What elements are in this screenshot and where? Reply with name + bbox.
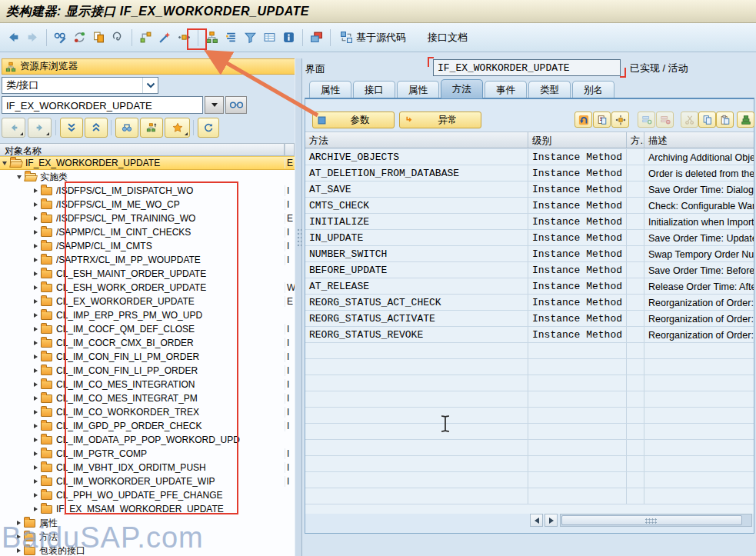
expander-closed-icon[interactable] [34, 451, 38, 456]
expander-closed-icon[interactable] [34, 313, 38, 318]
object-name-input[interactable]: IF_EX_WORKORDER_UPDATE [2, 96, 203, 114]
where-used-button[interactable] [136, 28, 155, 48]
expander-closed-icon[interactable] [34, 355, 38, 359]
expander-closed-icon[interactable] [34, 341, 38, 345]
tab-types[interactable]: 类型 [528, 81, 571, 98]
panel-splitter[interactable] [295, 58, 302, 556]
browser-category-select[interactable]: 类/接口 [2, 77, 158, 94]
expander-closed-icon[interactable] [34, 202, 38, 207]
back-button[interactable] [4, 28, 23, 48]
history-back-button[interactable] [2, 118, 25, 138]
tree-item-class[interactable]: /SAPMP/CL_IM_CMTS I [0, 239, 295, 253]
method-row[interactable]: BEFORE_UPDATE Instance Method Save Order… [305, 262, 754, 278]
navigation-window-button[interactable] [221, 28, 241, 48]
copy-rows-button[interactable] [593, 112, 611, 128]
repository-browser-header[interactable]: 资源库浏览器 [2, 58, 297, 75]
refresh-button[interactable] [198, 118, 219, 138]
expander-closed-icon[interactable] [34, 396, 38, 401]
tree-item-class[interactable]: CL_IMP_ERP_PRS_PM_WO_UPD [0, 308, 295, 322]
method-row[interactable]: ARCHIVE_OBJECTS Instance Method Archivin… [305, 149, 754, 165]
expander-closed-icon[interactable] [34, 188, 38, 193]
tree-item-section[interactable]: 属性 [0, 516, 295, 530]
tree-item-section[interactable]: 方法 [0, 530, 295, 544]
cut-button[interactable] [681, 112, 698, 128]
move-column-button[interactable] [611, 112, 629, 128]
parameters-button[interactable]: 参数 [312, 112, 395, 128]
empty-row[interactable] [305, 359, 754, 375]
tree-item-class[interactable]: IF_EX_MSAM_WORKORDER_UPDATE [0, 502, 295, 516]
tree-item-class[interactable]: CL_IM_CO_MES_INTEGRATION I [0, 378, 295, 391]
tree-item-class[interactable]: CL_IM_CO_WORKORDER_TREX I [0, 405, 295, 419]
tree-item-class[interactable]: CL_EX_WORKORDER_UPDATE E [0, 295, 295, 308]
tree-item-class[interactable]: CL_IM_COCF_QM_DEF_CLOSE I [0, 322, 295, 336]
find-button[interactable] [115, 118, 138, 138]
expander-open-icon[interactable] [2, 161, 7, 165]
tree-item-group[interactable]: 实施类 [0, 170, 295, 184]
method-row[interactable]: CMTS_CHECK Instance Method Check: Config… [305, 198, 754, 214]
expander-closed-icon[interactable] [34, 368, 38, 373]
expander-closed-icon[interactable] [17, 534, 21, 539]
empty-row[interactable] [305, 440, 754, 456]
tree-item-class[interactable]: /ISDFPS/CL_PM_TRAINING_WO E [0, 211, 295, 225]
expander-closed-icon[interactable] [34, 230, 38, 235]
expander-closed-icon[interactable] [34, 465, 38, 470]
tab-methods[interactable]: 方法 [441, 79, 483, 98]
tree-item-class[interactable]: /SAPTRX/CL_IM_PP_WOUPDATE I [0, 253, 295, 267]
tree-item-class[interactable]: CL_IM_CON_FIN_LI_PP_ORDER I [0, 364, 295, 378]
tree-item-class[interactable]: CL_ESH_WORK_ORDER_UPDATE W [0, 281, 295, 295]
scroll-left-button[interactable] [530, 514, 543, 527]
expander-closed-icon[interactable] [34, 493, 38, 498]
tab-interfaces[interactable]: 接口 [353, 81, 395, 98]
copy-button[interactable] [698, 112, 716, 128]
tree-item-class[interactable]: CL_IM_CO_MES_INTEGRAT_PM I [0, 391, 295, 405]
method-row[interactable]: REORG_STATUS_REVOKE Instance Method Reor… [305, 327, 754, 343]
tree-item-class[interactable]: CL_ESH_MAINT_ORDER_UPDATE [0, 267, 295, 281]
tree-item-class[interactable]: CL_IM_CON_FIN_LI_PM_ORDER I [0, 350, 295, 364]
method-row[interactable]: NUMBER_SWITCH Instance Method Swap Tempo… [305, 246, 754, 262]
display-object-button[interactable] [225, 96, 247, 114]
interface-doc-button[interactable]: 接口文档 [422, 29, 473, 46]
scrollbar-thumb[interactable] [561, 515, 742, 525]
column-header-level[interactable]: 级别 [528, 132, 627, 148]
splitter-grip[interactable] [297, 228, 301, 248]
tree-item-class[interactable]: /SAPMP/CL_IM_CINT_CHECKS I [0, 225, 295, 239]
navigate-button[interactable] [175, 28, 194, 48]
method-row[interactable]: IN_UPDATE Instance Method Save Order Tim… [305, 230, 754, 246]
tree-item-class[interactable]: CL_IM_COCR_CMX_BI_ORDER I [0, 336, 295, 350]
history-forward-button[interactable] [28, 118, 52, 138]
empty-row[interactable] [305, 391, 754, 408]
empty-row[interactable] [305, 488, 754, 504]
tree-item-root[interactable]: IF_EX_WORKORDER_UPDATE E [0, 156, 295, 170]
sort-button[interactable] [737, 112, 754, 128]
refresh-object-button[interactable] [70, 28, 89, 48]
tree-item-class[interactable]: CL_IM_GPD_PP_ORDER_CHECK I [0, 419, 295, 433]
table-settings-button[interactable] [260, 28, 279, 48]
expander-closed-icon[interactable] [34, 299, 38, 304]
exceptions-button[interactable]: 异常 [399, 112, 481, 128]
filter-button[interactable] [241, 28, 260, 48]
empty-row[interactable] [305, 343, 754, 359]
activate-spiral-button[interactable] [108, 28, 128, 48]
column-header-description[interactable]: 描述 [644, 132, 754, 148]
tree-item-class[interactable]: CL_IM_ODATA_PP_POP_WORKORD_UPD [0, 433, 295, 447]
expander-closed-icon[interactable] [34, 382, 38, 387]
display-change-button[interactable] [51, 28, 70, 48]
expander-closed-icon[interactable] [34, 258, 38, 262]
horizontal-scrollbar[interactable] [560, 514, 752, 527]
collapse-all-button[interactable] [85, 118, 108, 138]
expander-closed-icon[interactable] [34, 271, 38, 276]
empty-row[interactable] [305, 456, 754, 472]
scroll-right-button[interactable] [545, 514, 558, 527]
tree-item-class[interactable]: CL_IM_VBHT_IDX_ORDITM_PUSH I [0, 461, 295, 474]
expander-closed-icon[interactable] [34, 424, 38, 428]
method-row[interactable]: AT_DELETION_FROM_DATABASE Instance Metho… [305, 165, 754, 181]
expand-all-button[interactable] [60, 118, 83, 138]
empty-row[interactable] [305, 408, 754, 424]
delete-row-button[interactable] [656, 112, 674, 128]
tab-events[interactable]: 事件 [485, 81, 527, 98]
method-row[interactable]: INITIALIZE Instance Method Initializatio… [305, 214, 754, 230]
expander-closed-icon[interactable] [34, 507, 38, 511]
empty-row[interactable] [305, 472, 754, 488]
paste-button[interactable] [716, 112, 734, 128]
cascade-windows-button[interactable] [307, 28, 326, 48]
